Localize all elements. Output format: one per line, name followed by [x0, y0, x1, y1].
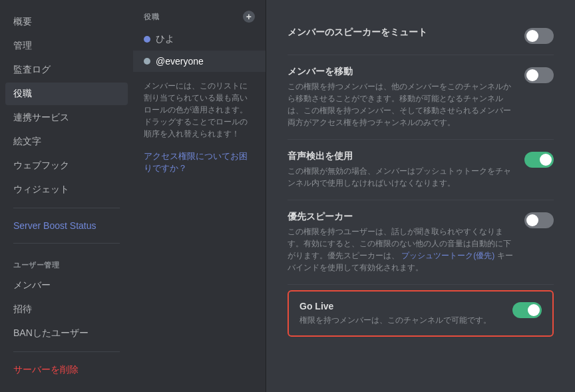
- permission-row-voice-activity: 音声検出を使用 この権限が無効の場合、メンバーはプッシュトゥトークをチャンネル内…: [288, 140, 554, 200]
- role-color-dot-hiyo: [144, 36, 150, 43]
- perm-title-priority-speaker: 優先スピーカー: [288, 211, 514, 223]
- toggle-move-member[interactable]: [524, 67, 554, 83]
- role-description: メンバーには、このリストに割り当てられている最も高いロールの色が適用されます。ド…: [133, 72, 266, 148]
- role-item-hiyo[interactable]: ひよ: [133, 28, 266, 51]
- permission-row-move-member: メンバーを移動 この権限を持つメンバーは、他のメンバーをこのチャンネルから移動さ…: [288, 55, 554, 140]
- permission-row-go-live: Go Live 権限を持つメンバーは、このチャンネルで可能です。: [288, 290, 554, 337]
- sidebar-item-members[interactable]: メンバー: [5, 274, 128, 297]
- role-label-hiyo: ひよ: [156, 33, 174, 45]
- sidebar-item-management[interactable]: 管理: [5, 35, 128, 57]
- sidebar-item-emoji[interactable]: 絵文字: [5, 130, 128, 153]
- perm-desc-priority-speaker: この権限を持つユーザーは、話しが聞き取られやすくなります。有効にすると、この権限…: [288, 226, 514, 274]
- sidebar-section-user-management: ユーザー管理: [5, 250, 128, 273]
- perm-info-voice-activity: 音声検出を使用 この権限が無効の場合、メンバーはプッシュトゥトークをチャンネル内…: [288, 150, 514, 189]
- perm-title-go-live: Go Live: [299, 301, 502, 311]
- perm-title-mute-speaker: メンバーのスピーカーをミュート: [288, 27, 514, 39]
- perm-title-voice-activity: 音声検出を使用: [288, 150, 514, 162]
- main-permissions-panel: メンバーのスピーカーをミュート メンバーを移動 この権限を持つメンバーは、他のメ…: [266, 0, 575, 392]
- roles-panel: 役職 + ひよ @everyone メンバーには、このリストに割り当てられている…: [133, 0, 266, 392]
- permission-row-mute-speaker: メンバーのスピーカーをミュート: [288, 16, 554, 55]
- roles-panel-title: 役職: [144, 12, 159, 22]
- toggle-slider-mute-speaker[interactable]: [524, 28, 554, 44]
- add-role-button[interactable]: +: [243, 11, 255, 23]
- toggle-slider-priority-speaker[interactable]: [524, 212, 554, 228]
- perm-desc-move-member: この権限を持つメンバーは、他のメンバーをこのチャンネルから移動させることができま…: [288, 81, 514, 128]
- sidebar-item-invites[interactable]: 招待: [5, 298, 128, 321]
- sidebar-item-widget[interactable]: ウィジェット: [5, 178, 128, 201]
- roles-panel-header: 役職 +: [133, 11, 266, 28]
- role-label-everyone: @everyone: [156, 56, 204, 67]
- role-item-everyone[interactable]: @everyone: [133, 51, 266, 72]
- toggle-go-live[interactable]: [512, 302, 542, 318]
- toggle-slider-go-live[interactable]: [512, 302, 542, 318]
- perm-desc-go-live: 権限を持つメンバーは、このチャンネルで可能です。: [299, 314, 502, 326]
- perm-info-mute-speaker: メンバーのスピーカーをミュート: [288, 27, 514, 41]
- sidebar-item-server-boost[interactable]: Server Boost Status: [5, 215, 128, 236]
- perm-info-move-member: メンバーを移動 この権限を持つメンバーは、他のメンバーをこのチャンネルから移動さ…: [288, 66, 514, 128]
- sidebar-item-roles[interactable]: 役職: [5, 83, 128, 105]
- permission-row-priority-speaker: 優先スピーカー この権限を持つユーザーは、話しが聞き取られやすくなります。有効に…: [288, 200, 554, 285]
- perm-info-go-live: Go Live 権限を持つメンバーは、このチャンネルで可能です。: [299, 301, 502, 326]
- role-color-dot-everyone: [144, 58, 150, 65]
- role-access-help-link[interactable]: アクセス権限についてお困りですか？: [133, 148, 266, 177]
- sidebar-item-overview[interactable]: 概要: [5, 11, 128, 33]
- sidebar-item-webhook[interactable]: ウェブフック: [5, 154, 128, 177]
- sidebar-item-integrations[interactable]: 連携サービス: [5, 106, 128, 129]
- sidebar-divider-2: [13, 243, 120, 244]
- sidebar: 概要 管理 監査ログ 役職 連携サービス 絵文字 ウェブフック ウィジェット S…: [0, 0, 133, 392]
- toggle-slider-move-member[interactable]: [524, 67, 554, 83]
- toggle-mute-speaker[interactable]: [524, 28, 554, 44]
- sidebar-item-delete-server[interactable]: サーバーを削除: [5, 359, 128, 381]
- perm-priority-link[interactable]: プッシュツートーク(優先): [401, 251, 494, 260]
- sidebar-divider-1: [13, 208, 120, 208]
- perm-info-priority-speaker: 優先スピーカー この権限を持つユーザーは、話しが聞き取られやすくなります。有効に…: [288, 211, 514, 274]
- toggle-priority-speaker[interactable]: [524, 212, 554, 228]
- perm-desc-voice-activity: この権限が無効の場合、メンバーはプッシュトゥトークをチャンネル内で使用しなければ…: [288, 165, 514, 189]
- toggle-voice-activity[interactable]: [524, 152, 554, 168]
- toggle-slider-voice-activity[interactable]: [524, 152, 554, 168]
- perm-title-move-member: メンバーを移動: [288, 66, 514, 78]
- sidebar-item-audit-log[interactable]: 監査ログ: [5, 59, 128, 81]
- sidebar-item-bans[interactable]: BANしたユーザー: [5, 322, 128, 345]
- sidebar-divider-3: [13, 351, 120, 352]
